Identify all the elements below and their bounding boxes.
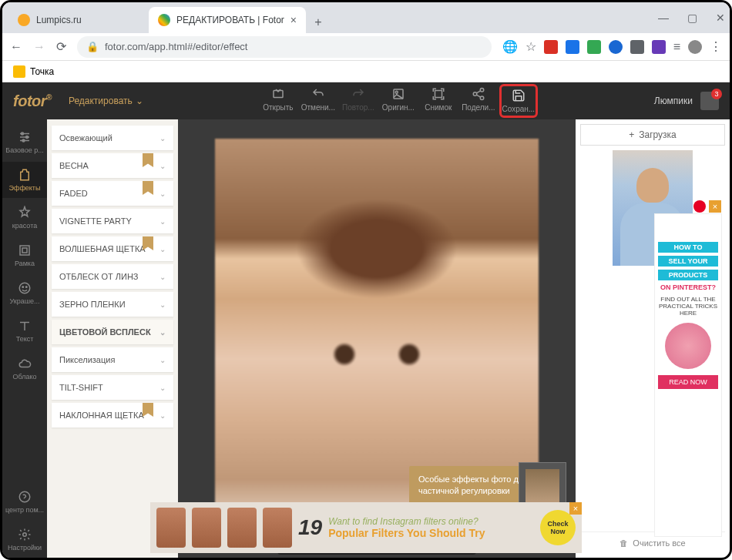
- extension-icon[interactable]: [652, 40, 666, 54]
- lock-icon: 🔒: [86, 41, 99, 52]
- undo-button[interactable]: Отмени...: [299, 84, 337, 118]
- effect-label: Освежающий: [59, 133, 112, 143]
- bookmark-folder-icon: [13, 65, 25, 78]
- extension-icon[interactable]: [630, 40, 644, 54]
- sidebar-item-effects[interactable]: Эффекты: [2, 162, 47, 198]
- window-controls: — ▢ ✕: [658, 2, 725, 33]
- upload-button[interactable]: +Загрузка: [580, 124, 725, 146]
- svg-point-12: [19, 283, 30, 293]
- menu-icon[interactable]: ⋮: [710, 39, 722, 54]
- sidebar-item-settings[interactable]: Настройки: [2, 521, 47, 558]
- effect-label: ВОЛШЕБНАЯ ЩЕТКА: [59, 244, 146, 253]
- effect-item[interactable]: Освежающий⌄: [52, 126, 173, 150]
- svg-point-8: [26, 136, 29, 139]
- url-text: fotor.com/app.html#/editor/effect: [105, 41, 247, 52]
- sidebar-item-cloud[interactable]: Облако: [2, 350, 47, 387]
- profile-avatar-icon[interactable]: [688, 40, 702, 54]
- chevron-down-icon: ⌄: [159, 300, 166, 309]
- user-name[interactable]: Люмпики: [654, 96, 693, 106]
- fotor-app: fotor® Редактировать ⌄ Открыть Отмени...…: [2, 82, 730, 558]
- effect-item[interactable]: VIGNETTE PARTY⌄: [52, 209, 173, 233]
- effect-item[interactable]: TILT-SHIFT⌄: [52, 375, 173, 400]
- effect-item[interactable]: ЦВЕТОВОЙ ВСПЛЕСК⌄: [52, 320, 173, 344]
- chevron-down-icon: ⌄: [159, 328, 166, 337]
- extension-icon[interactable]: [544, 40, 558, 54]
- svg-point-13: [22, 287, 24, 288]
- sidebar-item-beauty[interactable]: красота: [2, 200, 47, 236]
- sidebar-item-help[interactable]: центр пом...: [2, 484, 47, 520]
- ad-image: [665, 323, 711, 369]
- share-button[interactable]: Подели...: [459, 84, 498, 118]
- notification-badge: 3: [711, 89, 722, 99]
- extension-icon[interactable]: [609, 40, 623, 54]
- effect-label: ЗЕРНО ПЛЕНКИ: [59, 300, 126, 309]
- open-button[interactable]: Открыть: [259, 84, 297, 118]
- extension-icon[interactable]: [587, 40, 601, 54]
- forward-icon[interactable]: →: [33, 40, 45, 54]
- chevron-down-icon: ⌄: [159, 411, 166, 420]
- premium-flag-icon: [143, 181, 153, 195]
- translate-icon[interactable]: 🌐: [502, 39, 518, 54]
- close-window-icon[interactable]: ✕: [716, 12, 725, 24]
- effect-item[interactable]: ЗЕРНО ПЛЕНКИ⌄: [52, 292, 173, 317]
- effect-item[interactable]: ВЕСНА⌄: [52, 153, 173, 178]
- ad-image: [227, 508, 257, 548]
- star-icon[interactable]: ☆: [525, 39, 536, 54]
- reload-icon[interactable]: ⟳: [56, 39, 66, 54]
- pinterest-icon: [693, 200, 706, 213]
- effect-item[interactable]: ОТБЛЕСК ОТ ЛИНЗ⌄: [52, 264, 173, 289]
- ad-image: [156, 508, 186, 548]
- effect-label: ВЕСНА: [59, 161, 89, 170]
- svg-point-2: [395, 91, 398, 93]
- sidebar-item-text[interactable]: Текст: [2, 313, 47, 349]
- chevron-down-icon: ⌄: [136, 96, 143, 106]
- svg-point-7: [22, 132, 24, 135]
- favicon-icon: [18, 14, 30, 26]
- redo-button[interactable]: Повтор...: [339, 84, 378, 118]
- url-input[interactable]: 🔒 fotor.com/app.html#/editor/effect: [77, 36, 492, 58]
- browser-tab[interactable]: Lumpics.ru: [8, 7, 147, 33]
- svg-point-9: [22, 139, 25, 142]
- close-tab-icon[interactable]: ×: [290, 14, 297, 26]
- bookmark-item[interactable]: Точка: [30, 66, 54, 77]
- premium-flag-icon: [143, 153, 153, 167]
- extension-icon[interactable]: [566, 40, 579, 54]
- reading-list-icon[interactable]: ≡: [673, 40, 680, 54]
- ad-cta-button[interactable]: Check Now: [540, 510, 576, 545]
- effect-item[interactable]: Пикселизация⌄: [52, 347, 173, 372]
- new-tab-button[interactable]: +: [307, 12, 329, 33]
- sidebar-item-frame[interactable]: Рамка: [2, 237, 47, 273]
- effect-item[interactable]: FADED⌄: [52, 181, 173, 206]
- snapshot-button[interactable]: Снимок: [419, 84, 458, 118]
- ad-bottom-banner[interactable]: × 19 Want to find Instagram filters onli…: [150, 502, 582, 553]
- ad-cta-button[interactable]: READ NOW: [658, 375, 718, 389]
- canvas-area[interactable]: × Особые эффекты фото для частичной регу…: [178, 119, 576, 558]
- svg-point-14: [26, 287, 28, 288]
- chevron-down-icon: ⌄: [159, 217, 166, 226]
- save-button[interactable]: Сохран...: [499, 84, 538, 118]
- maximize-icon[interactable]: ▢: [687, 12, 697, 24]
- chevron-down-icon: ⌄: [159, 189, 166, 198]
- browser-tab-active[interactable]: РЕДАКТИРОВАТЬ | Fotor ×: [149, 7, 306, 33]
- effect-label: НАКЛОННАЯ ЩЕТКА: [59, 411, 144, 420]
- chevron-down-icon: ⌄: [159, 356, 166, 364]
- fotor-logo[interactable]: fotor®: [13, 92, 52, 110]
- close-ad-icon[interactable]: ×: [709, 200, 721, 213]
- left-sidebar: Базовое р... Эффекты красота Рамка Украш…: [2, 119, 47, 558]
- sidebar-item-stickers[interactable]: Украше...: [2, 275, 47, 311]
- user-avatar[interactable]: 3: [700, 92, 719, 110]
- edit-mode-dropdown[interactable]: Редактировать ⌄: [69, 96, 143, 106]
- bookmarks-bar: Точка: [2, 61, 730, 82]
- effect-item[interactable]: ВОЛШЕБНАЯ ЩЕТКА⌄: [52, 236, 173, 261]
- minimap-thumb: [525, 469, 559, 506]
- back-icon[interactable]: ←: [10, 40, 22, 54]
- premium-flag-icon: [143, 236, 153, 250]
- minimize-icon[interactable]: —: [658, 12, 669, 24]
- ad-sidebar[interactable]: × HOW TO SELL YOUR PRODUCTS ON PINTEREST…: [654, 213, 722, 537]
- chevron-down-icon: ⌄: [159, 134, 166, 143]
- chevron-down-icon: ⌄: [159, 245, 166, 253]
- sidebar-item-basic[interactable]: Базовое р...: [2, 124, 47, 160]
- effect-item[interactable]: НАКЛОННАЯ ЩЕТКА⌄: [52, 403, 173, 428]
- original-button[interactable]: Оригин...: [379, 84, 418, 118]
- close-ad-icon[interactable]: ×: [569, 502, 582, 515]
